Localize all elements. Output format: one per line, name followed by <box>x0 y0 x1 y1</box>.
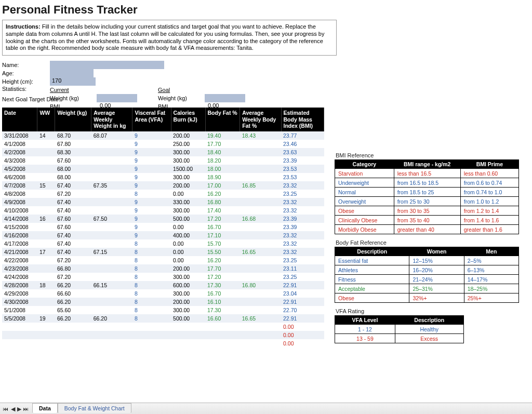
cell[interactable]: 300.00 <box>171 289 205 298</box>
cell[interactable] <box>240 148 281 156</box>
cell[interactable]: 9 <box>132 156 171 165</box>
cell[interactable] <box>2 323 37 331</box>
cell[interactable]: 4/3/2008 <box>2 156 37 165</box>
cell[interactable] <box>37 256 55 264</box>
cell[interactable]: 22.70 <box>281 306 324 314</box>
cell[interactable]: 8 <box>132 281 171 289</box>
table-row[interactable]: 4/21/20081767.4067.1580.0015.5016.6523.3… <box>2 248 324 256</box>
cell[interactable] <box>240 190 281 198</box>
cell[interactable]: 67.40 <box>55 231 91 239</box>
cell[interactable] <box>240 298 281 306</box>
cell[interactable] <box>240 156 281 165</box>
cell[interactable]: 23.11 <box>281 264 324 273</box>
cell[interactable] <box>91 140 132 148</box>
table-row[interactable]: 4/22/200867.2080.0016.2023.25 <box>2 256 324 264</box>
cell[interactable] <box>171 323 205 331</box>
table-row[interactable]: 3/31/20081468.7068.079200.0019.4018.4323… <box>2 131 324 140</box>
cell[interactable]: 4/28/2008 <box>2 281 37 289</box>
age-input[interactable] <box>50 69 94 77</box>
cell[interactable] <box>91 339 132 348</box>
cell[interactable]: 16.80 <box>240 281 281 289</box>
cell[interactable]: 0.00 <box>281 331 324 339</box>
cell[interactable]: 66.15 <box>91 281 132 289</box>
cell[interactable]: 67.35 <box>91 181 132 190</box>
cell[interactable]: 9 <box>132 223 171 231</box>
cell[interactable] <box>37 273 55 281</box>
cell[interactable] <box>37 239 55 248</box>
cell[interactable]: 9 <box>132 131 171 140</box>
cell[interactable]: 23.25 <box>281 256 324 264</box>
cell[interactable]: 200.00 <box>171 131 205 140</box>
cell[interactable]: 8 <box>132 289 171 298</box>
cell[interactable] <box>2 339 37 348</box>
cell[interactable] <box>37 231 55 239</box>
cell[interactable]: 500.00 <box>171 215 205 223</box>
cell[interactable] <box>132 331 171 339</box>
cell[interactable]: 16.65 <box>240 248 281 256</box>
cell[interactable]: 4/6/2008 <box>2 173 37 181</box>
cell[interactable]: 66.20 <box>55 298 91 306</box>
cell[interactable] <box>91 298 132 306</box>
cell[interactable]: 23.39 <box>281 223 324 231</box>
cell[interactable]: 9 <box>132 173 171 181</box>
cell[interactable]: 67.40 <box>55 248 91 256</box>
cell[interactable] <box>240 264 281 273</box>
cell[interactable]: 16.70 <box>205 289 240 298</box>
tab-data[interactable]: Data <box>32 403 58 413</box>
cell[interactable]: 67.20 <box>55 190 91 198</box>
table-row[interactable]: 0.00 <box>2 323 324 331</box>
cell[interactable] <box>91 323 132 331</box>
cell[interactable]: 23.25 <box>281 190 324 198</box>
cell[interactable]: 250.00 <box>171 140 205 148</box>
table-row[interactable]: 4/16/200867.409400.0017.1023.32 <box>2 231 324 239</box>
cell[interactable]: 67.15 <box>91 248 132 256</box>
current-weight-input[interactable] <box>97 94 137 102</box>
tab-prev-icon[interactable]: ◀ <box>11 406 15 412</box>
cell[interactable] <box>37 298 55 306</box>
table-row[interactable]: 0.00 <box>2 339 324 348</box>
cell[interactable] <box>37 198 55 206</box>
cell[interactable]: 67.40 <box>55 239 91 248</box>
cell[interactable]: 15 <box>37 181 55 190</box>
cell[interactable]: 200.00 <box>171 181 205 190</box>
cell[interactable] <box>37 289 55 298</box>
cell[interactable] <box>240 206 281 215</box>
cell[interactable] <box>37 165 55 173</box>
cell[interactable] <box>240 323 281 331</box>
cell[interactable]: 67.40 <box>55 181 91 190</box>
cell[interactable]: 4/10/2008 <box>2 206 37 215</box>
cell[interactable]: 17.70 <box>205 264 240 273</box>
cell[interactable] <box>91 223 132 231</box>
cell[interactable]: 8 <box>132 264 171 273</box>
cell[interactable]: 16.80 <box>205 198 240 206</box>
cell[interactable]: 9 <box>132 206 171 215</box>
cell[interactable]: 68.07 <box>91 131 132 140</box>
cell[interactable]: 8 <box>132 273 171 281</box>
cell[interactable]: 67.80 <box>55 140 91 148</box>
cell[interactable]: 19.40 <box>205 131 240 140</box>
cell[interactable]: 8 <box>132 239 171 248</box>
table-row[interactable]: 4/5/200868.0091500.0018.0023.53 <box>2 165 324 173</box>
cell[interactable] <box>91 264 132 273</box>
cell[interactable] <box>171 339 205 348</box>
table-row[interactable]: 4/29/200866.608300.0016.7023.04 <box>2 289 324 298</box>
cell[interactable]: 16.68 <box>240 215 281 223</box>
cell[interactable] <box>91 165 132 173</box>
cell[interactable]: 66.20 <box>55 314 91 323</box>
name-input[interactable] <box>50 61 164 69</box>
cell[interactable] <box>55 323 91 331</box>
table-row[interactable]: 4/30/200866.208200.0016.1022.91 <box>2 298 324 306</box>
cell[interactable]: 8 <box>132 256 171 264</box>
cell[interactable] <box>91 289 132 298</box>
cell[interactable]: 4/24/2008 <box>2 273 37 281</box>
cell[interactable] <box>240 256 281 264</box>
cell[interactable]: 68.70 <box>55 131 91 140</box>
cell[interactable]: 4/23/2008 <box>2 264 37 273</box>
cell[interactable] <box>240 239 281 248</box>
cell[interactable]: 15.50 <box>205 248 240 256</box>
cell[interactable]: 68.00 <box>55 173 91 181</box>
cell[interactable] <box>240 165 281 173</box>
cell[interactable]: 4/15/2008 <box>2 223 37 231</box>
cell[interactable]: 9 <box>132 165 171 173</box>
tracker-table[interactable]: DateWWWeight (kg)Average Weekly Weight i… <box>2 108 324 348</box>
